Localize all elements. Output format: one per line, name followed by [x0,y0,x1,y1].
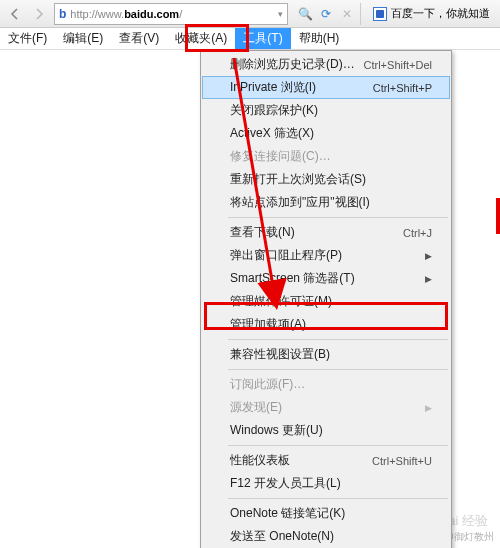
submenu-arrow-icon: ▶ [425,251,432,261]
favicon-baidu: b [59,7,66,21]
menu-bar: 文件(F) 编辑(E) 查看(V) 收藏夹(A) 工具(T) 帮助(H) [0,28,500,50]
separator [228,369,448,370]
menu-manage-addons[interactable]: 管理加载项(A) [202,313,450,336]
menu-inprivate[interactable]: InPrivate 浏览(I) Ctrl+Shift+P [202,76,450,99]
nav-arrows [4,3,50,25]
separator [228,445,448,446]
separator [228,217,448,218]
separator [228,498,448,499]
submenu-arrow-icon: ▶ [425,403,432,413]
menu-feed-discovery: 源发现(E) ▶ [202,396,450,419]
tab-favicon-icon [373,7,387,21]
nav-icon-group: 🔍 ⟳ ✕ [292,5,356,23]
menu-smartscreen[interactable]: SmartScreen 筛选器(T) ▶ [202,267,450,290]
menu-tracking-protection[interactable]: 关闭跟踪保护(K) [202,99,450,122]
menu-view[interactable]: 查看(V) [111,28,167,49]
submenu-arrow-icon: ▶ [425,274,432,284]
menu-edit[interactable]: 编辑(E) [55,28,111,49]
separator [228,339,448,340]
menu-smartscreen-label: SmartScreen 筛选器(T) [230,270,355,287]
stop-icon[interactable]: ✕ [338,5,356,23]
menu-view-downloads-shortcut: Ctrl+J [403,227,432,239]
menu-inprivate-shortcut: Ctrl+Shift+P [373,82,432,94]
menu-delete-history-label: 删除浏览历史记录(D)… [230,56,355,73]
menu-perf-dashboard-label: 性能仪表板 [230,452,290,469]
search-icon[interactable]: 🔍 [296,5,314,23]
menu-perf-dashboard[interactable]: 性能仪表板 Ctrl+Shift+U [202,449,450,472]
menu-feed-discovery-label: 源发现(E) [230,399,282,416]
address-bar[interactable]: b http://www.baidu.com/ ▾ [54,3,288,25]
menu-activex-filter[interactable]: ActiveX 筛选(X) [202,122,450,145]
menu-popup-blocker[interactable]: 弹出窗口阻止程序(P) ▶ [202,244,450,267]
menu-view-downloads[interactable]: 查看下载(N) Ctrl+J [202,221,450,244]
tab-strip: 百度一下，你就知道 [360,3,496,25]
url-domain: baidu.com [124,8,179,20]
menu-subscribe-feed: 订阅此源(F)… [202,373,450,396]
url-rest: / [179,8,182,20]
tab-title: 百度一下，你就知道 [391,6,490,21]
menu-delete-history-shortcut: Ctrl+Shift+Del [364,59,432,71]
menu-compat-view[interactable]: 兼容性视图设置(B) [202,343,450,366]
tools-dropdown: 删除浏览历史记录(D)… Ctrl+Shift+Del InPrivate 浏览… [200,50,452,548]
menu-perf-dashboard-shortcut: Ctrl+Shift+U [372,455,432,467]
menu-delete-history[interactable]: 删除浏览历史记录(D)… Ctrl+Shift+Del [202,53,450,76]
menu-tools[interactable]: 工具(T) [235,28,290,49]
menu-windows-update[interactable]: Windows 更新(U) [202,419,450,442]
menu-add-to-apps[interactable]: 将站点添加到"应用"视图(I) [202,191,450,214]
menu-favorites[interactable]: 收藏夹(A) [167,28,235,49]
forward-button[interactable] [28,3,50,25]
tab-baidu[interactable]: 百度一下，你就知道 [367,6,496,21]
menu-fix-connection: 修复连接问题(C)… [202,145,450,168]
menu-help[interactable]: 帮助(H) [291,28,348,49]
url-text: http://www.baidu.com/ [70,8,274,20]
menu-popup-blocker-label: 弹出窗口阻止程序(P) [230,247,342,264]
menu-send-to-onenote[interactable]: 发送至 OneNote(N) [202,525,450,548]
menu-onenote-linked[interactable]: OneNote 链接笔记(K) [202,502,450,525]
url-http: http://www. [70,8,124,20]
menu-f12-tools[interactable]: F12 开发人员工具(L) [202,472,450,495]
nav-toolbar: b http://www.baidu.com/ ▾ 🔍 ⟳ ✕ 百度一下，你就知… [0,0,500,28]
dropdown-arrow-icon[interactable]: ▾ [278,9,283,19]
menu-inprivate-label: InPrivate 浏览(I) [230,79,316,96]
menu-media-licenses[interactable]: 管理媒体许可证(M) [202,290,450,313]
menu-reopen-last[interactable]: 重新打开上次浏览会话(S) [202,168,450,191]
menu-file[interactable]: 文件(F) [0,28,55,49]
back-button[interactable] [4,3,26,25]
refresh-icon[interactable]: ⟳ [317,5,335,23]
menu-view-downloads-label: 查看下载(N) [230,224,295,241]
right-edge-decoration [496,198,500,234]
